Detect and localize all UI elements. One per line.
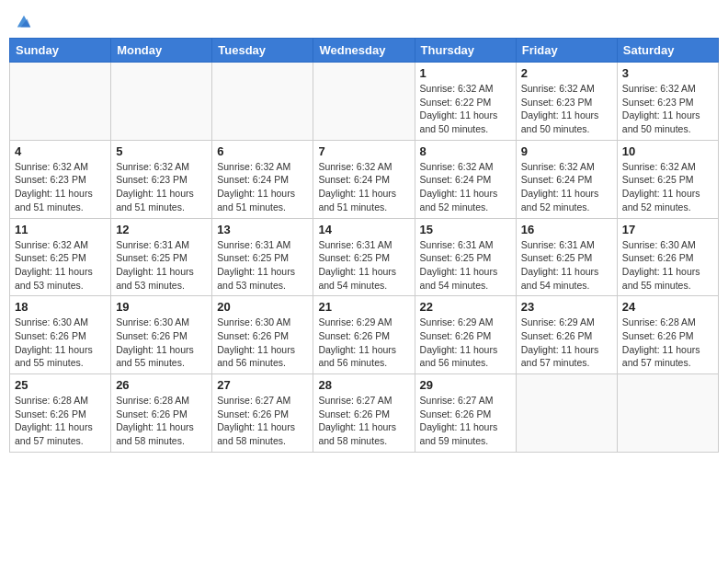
- day-info: Sunrise: 6:31 AM Sunset: 6:25 PM Dayligh…: [521, 238, 612, 293]
- day-info: Sunrise: 6:31 AM Sunset: 6:25 PM Dayligh…: [116, 238, 207, 293]
- day-info: Sunrise: 6:30 AM Sunset: 6:26 PM Dayligh…: [15, 316, 106, 370]
- day-info: Sunrise: 6:32 AM Sunset: 6:23 PM Dayligh…: [521, 82, 612, 136]
- calendar-cell: 5Sunrise: 6:32 AM Sunset: 6:23 PM Daylig…: [111, 140, 212, 218]
- calendar-cell: 21Sunrise: 6:29 AM Sunset: 6:26 PM Dayli…: [313, 296, 415, 374]
- calendar-cell: 8Sunrise: 6:32 AM Sunset: 6:24 PM Daylig…: [415, 140, 516, 218]
- day-info: Sunrise: 6:30 AM Sunset: 6:26 PM Dayligh…: [217, 316, 308, 370]
- day-number: 1: [420, 66, 511, 80]
- day-info: Sunrise: 6:27 AM Sunset: 6:26 PM Dayligh…: [318, 394, 409, 448]
- day-info: Sunrise: 6:32 AM Sunset: 6:23 PM Dayligh…: [116, 160, 207, 214]
- calendar-header-sunday: Sunday: [10, 39, 111, 63]
- day-number: 20: [217, 300, 308, 314]
- day-number: 26: [116, 378, 207, 392]
- calendar-header-tuesday: Tuesday: [212, 39, 313, 63]
- logo-icon: [16, 14, 32, 30]
- day-number: 24: [622, 300, 713, 314]
- calendar-cell: 15Sunrise: 6:31 AM Sunset: 6:25 PM Dayli…: [415, 218, 516, 296]
- calendar-week-3: 18Sunrise: 6:30 AM Sunset: 6:26 PM Dayli…: [10, 296, 719, 374]
- day-number: 22: [420, 300, 511, 314]
- day-info: Sunrise: 6:27 AM Sunset: 6:26 PM Dayligh…: [420, 394, 511, 448]
- day-number: 21: [318, 300, 409, 314]
- calendar-cell: 3Sunrise: 6:32 AM Sunset: 6:23 PM Daylig…: [617, 63, 718, 141]
- calendar-cell: 19Sunrise: 6:30 AM Sunset: 6:26 PM Dayli…: [111, 296, 212, 374]
- calendar-cell: 2Sunrise: 6:32 AM Sunset: 6:23 PM Daylig…: [516, 63, 617, 141]
- day-number: 4: [15, 144, 106, 158]
- calendar-cell: 18Sunrise: 6:30 AM Sunset: 6:26 PM Dayli…: [10, 296, 111, 374]
- day-info: Sunrise: 6:32 AM Sunset: 6:23 PM Dayligh…: [622, 82, 713, 136]
- day-info: Sunrise: 6:29 AM Sunset: 6:26 PM Dayligh…: [420, 316, 511, 370]
- day-info: Sunrise: 6:27 AM Sunset: 6:26 PM Dayligh…: [217, 394, 308, 448]
- calendar-header-monday: Monday: [111, 39, 212, 63]
- calendar-cell: 14Sunrise: 6:31 AM Sunset: 6:25 PM Dayli…: [313, 218, 415, 296]
- calendar-cell: [516, 374, 617, 453]
- calendar-week-1: 4Sunrise: 6:32 AM Sunset: 6:23 PM Daylig…: [10, 140, 719, 218]
- day-info: Sunrise: 6:32 AM Sunset: 6:24 PM Dayligh…: [318, 160, 409, 214]
- calendar-cell: 17Sunrise: 6:30 AM Sunset: 6:26 PM Dayli…: [617, 218, 718, 296]
- day-number: 12: [116, 223, 207, 236]
- day-info: Sunrise: 6:28 AM Sunset: 6:26 PM Dayligh…: [116, 394, 207, 448]
- calendar-cell: 29Sunrise: 6:27 AM Sunset: 6:26 PM Dayli…: [415, 374, 516, 453]
- calendar-cell: 22Sunrise: 6:29 AM Sunset: 6:26 PM Dayli…: [415, 296, 516, 374]
- day-number: 5: [116, 144, 207, 158]
- calendar-cell: 10Sunrise: 6:32 AM Sunset: 6:25 PM Dayli…: [617, 140, 718, 218]
- calendar-cell: 13Sunrise: 6:31 AM Sunset: 6:25 PM Dayli…: [212, 218, 313, 296]
- calendar-cell: [212, 63, 313, 141]
- day-number: 10: [622, 144, 713, 158]
- day-number: 13: [217, 223, 308, 236]
- day-info: Sunrise: 6:31 AM Sunset: 6:25 PM Dayligh…: [318, 238, 409, 293]
- day-info: Sunrise: 6:29 AM Sunset: 6:26 PM Dayligh…: [521, 316, 612, 370]
- calendar-week-4: 25Sunrise: 6:28 AM Sunset: 6:26 PM Dayli…: [10, 374, 719, 453]
- calendar-cell: 26Sunrise: 6:28 AM Sunset: 6:26 PM Dayli…: [111, 374, 212, 453]
- day-number: 29: [420, 378, 511, 392]
- day-info: Sunrise: 6:28 AM Sunset: 6:26 PM Dayligh…: [15, 394, 106, 448]
- calendar-week-0: 1Sunrise: 6:32 AM Sunset: 6:22 PM Daylig…: [10, 63, 719, 141]
- calendar-cell: 25Sunrise: 6:28 AM Sunset: 6:26 PM Dayli…: [10, 374, 111, 453]
- day-number: 6: [217, 144, 308, 158]
- day-number: 14: [318, 223, 409, 236]
- day-number: 11: [15, 223, 106, 236]
- calendar-cell: 24Sunrise: 6:28 AM Sunset: 6:26 PM Dayli…: [617, 296, 718, 374]
- day-number: 2: [521, 66, 612, 80]
- day-number: 19: [116, 300, 207, 314]
- day-number: 25: [15, 378, 106, 392]
- day-info: Sunrise: 6:32 AM Sunset: 6:22 PM Dayligh…: [420, 82, 511, 136]
- day-info: Sunrise: 6:32 AM Sunset: 6:25 PM Dayligh…: [622, 160, 713, 214]
- day-info: Sunrise: 6:32 AM Sunset: 6:23 PM Dayligh…: [15, 160, 106, 214]
- day-number: 17: [622, 223, 713, 236]
- calendar-cell: 27Sunrise: 6:27 AM Sunset: 6:26 PM Dayli…: [212, 374, 313, 453]
- day-number: 15: [420, 223, 511, 236]
- calendar-cell: 4Sunrise: 6:32 AM Sunset: 6:23 PM Daylig…: [10, 140, 111, 218]
- calendar-cell: 9Sunrise: 6:32 AM Sunset: 6:24 PM Daylig…: [516, 140, 617, 218]
- calendar-cell: [313, 63, 415, 141]
- day-info: Sunrise: 6:32 AM Sunset: 6:24 PM Dayligh…: [521, 160, 612, 214]
- calendar-cell: 20Sunrise: 6:30 AM Sunset: 6:26 PM Dayli…: [212, 296, 313, 374]
- day-info: Sunrise: 6:30 AM Sunset: 6:26 PM Dayligh…: [622, 238, 713, 293]
- logo: [14, 14, 32, 30]
- day-info: Sunrise: 6:30 AM Sunset: 6:26 PM Dayligh…: [116, 316, 207, 370]
- day-number: 8: [420, 144, 511, 158]
- day-number: 7: [318, 144, 409, 158]
- calendar-cell: 28Sunrise: 6:27 AM Sunset: 6:26 PM Dayli…: [313, 374, 415, 453]
- day-info: Sunrise: 6:31 AM Sunset: 6:25 PM Dayligh…: [420, 238, 511, 293]
- calendar-cell: 11Sunrise: 6:32 AM Sunset: 6:25 PM Dayli…: [10, 218, 111, 296]
- day-info: Sunrise: 6:31 AM Sunset: 6:25 PM Dayligh…: [217, 238, 308, 293]
- calendar-week-2: 11Sunrise: 6:32 AM Sunset: 6:25 PM Dayli…: [10, 218, 719, 296]
- day-number: 18: [15, 300, 106, 314]
- calendar-header-friday: Friday: [516, 39, 617, 63]
- day-info: Sunrise: 6:28 AM Sunset: 6:26 PM Dayligh…: [622, 316, 713, 370]
- calendar-header-thursday: Thursday: [415, 39, 516, 63]
- calendar-cell: 12Sunrise: 6:31 AM Sunset: 6:25 PM Dayli…: [111, 218, 212, 296]
- calendar-cell: 23Sunrise: 6:29 AM Sunset: 6:26 PM Dayli…: [516, 296, 617, 374]
- day-info: Sunrise: 6:32 AM Sunset: 6:24 PM Dayligh…: [217, 160, 308, 214]
- calendar-cell: 7Sunrise: 6:32 AM Sunset: 6:24 PM Daylig…: [313, 140, 415, 218]
- day-info: Sunrise: 6:29 AM Sunset: 6:26 PM Dayligh…: [318, 316, 409, 370]
- page-header: [9, 9, 719, 30]
- calendar-cell: 1Sunrise: 6:32 AM Sunset: 6:22 PM Daylig…: [415, 63, 516, 141]
- calendar-header-wednesday: Wednesday: [313, 39, 415, 63]
- calendar-cell: 6Sunrise: 6:32 AM Sunset: 6:24 PM Daylig…: [212, 140, 313, 218]
- day-info: Sunrise: 6:32 AM Sunset: 6:24 PM Dayligh…: [420, 160, 511, 214]
- calendar-cell: [111, 63, 212, 141]
- calendar-cell: [10, 63, 111, 141]
- calendar-header-row: SundayMondayTuesdayWednesdayThursdayFrid…: [10, 39, 719, 63]
- calendar-cell: [617, 374, 718, 453]
